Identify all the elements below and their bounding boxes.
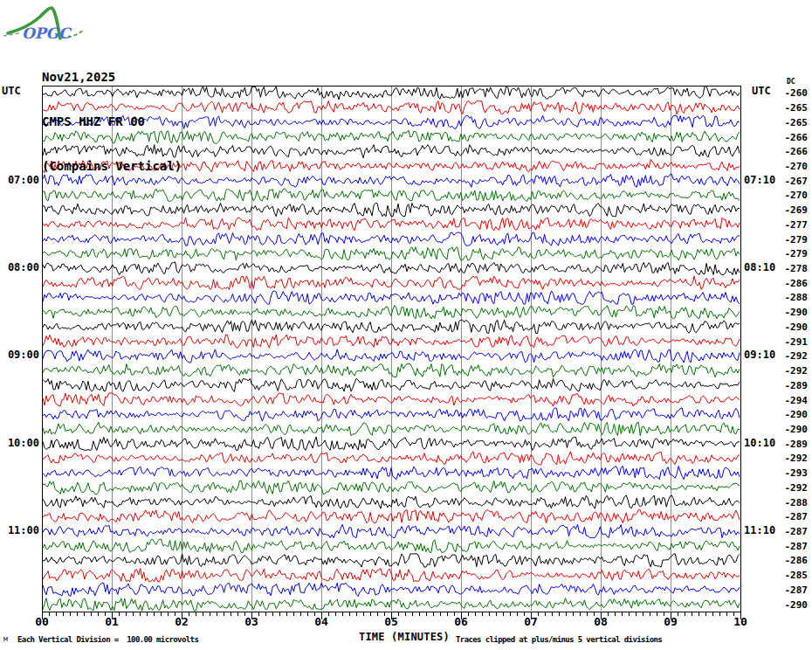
dc-value: -292 bbox=[778, 482, 808, 494]
vertical-division-note: Each Vertical Division = 100.00 microvol… bbox=[17, 635, 198, 644]
dc-value: -286 bbox=[778, 278, 808, 289]
dc-value: -290 bbox=[778, 599, 808, 611]
dc-value: -292 bbox=[778, 365, 808, 377]
opgc-logo: OPGC bbox=[2, 2, 93, 45]
dc-value: -288 bbox=[778, 497, 808, 508]
x-tick-label: 10 bbox=[727, 615, 754, 628]
dc-value: -279 bbox=[778, 234, 808, 245]
hour-label-left: 09:00 bbox=[0, 349, 39, 361]
x-tick-label: 03 bbox=[238, 615, 265, 628]
hour-label-left: 10:00 bbox=[0, 437, 39, 449]
dc-value: -290 bbox=[778, 322, 808, 333]
corner-watermark: м bbox=[3, 635, 8, 643]
dc-header: DC bbox=[787, 78, 795, 86]
dc-value: -287 bbox=[778, 584, 808, 596]
dc-value: -266 bbox=[778, 146, 808, 157]
dc-value: -289 bbox=[778, 439, 808, 450]
title-block: Nov21,2025 CMPS HHZ FR 00 (Compains Vert… bbox=[42, 40, 182, 204]
dc-value: -294 bbox=[778, 395, 808, 406]
dc-value: -291 bbox=[778, 336, 808, 348]
utc-header-right: UTC bbox=[752, 85, 771, 97]
dc-value: -288 bbox=[778, 292, 808, 303]
dc-value: -287 bbox=[778, 526, 808, 537]
dc-value: -286 bbox=[778, 555, 808, 566]
dc-value: -290 bbox=[778, 409, 808, 420]
dc-value: -260 bbox=[778, 87, 808, 99]
dc-value: -289 bbox=[778, 380, 808, 391]
dc-value: -270 bbox=[778, 190, 808, 201]
dc-value: -279 bbox=[778, 248, 808, 259]
component-title: (Compains Vertical) bbox=[42, 159, 182, 174]
station-title: CMPS HHZ FR 00 bbox=[42, 114, 182, 129]
dc-value: -287 bbox=[778, 511, 808, 522]
dc-value: -287 bbox=[778, 541, 808, 552]
logo-text: OPGC bbox=[22, 24, 72, 42]
hour-label-left: 07:00 bbox=[0, 174, 39, 186]
dc-value: -278 bbox=[778, 263, 808, 274]
dc-value: -265 bbox=[778, 102, 808, 114]
x-tick-label: 01 bbox=[99, 615, 125, 628]
helicorder-page: OPGC Nov21,2025 CMPS HHZ FR 00 (Compains… bbox=[0, 0, 812, 650]
hour-label-left: 11:00 bbox=[0, 524, 39, 536]
dc-value: -292 bbox=[778, 350, 808, 362]
x-tick-label: 06 bbox=[448, 615, 474, 628]
x-tick-label: 04 bbox=[308, 615, 334, 628]
x-tick-label: 02 bbox=[169, 615, 195, 628]
dc-value: -270 bbox=[778, 161, 808, 172]
date-title: Nov21,2025 bbox=[42, 70, 182, 85]
x-tick-label: 05 bbox=[378, 615, 404, 628]
dc-value: -265 bbox=[778, 117, 808, 128]
x-axis-title: TIME (MINUTES) bbox=[359, 631, 450, 643]
clipping-note: Traces clipped at plus/minus 5 vertical … bbox=[456, 635, 662, 644]
dc-value: -267 bbox=[778, 176, 808, 187]
dc-value: -285 bbox=[778, 570, 808, 581]
dc-value: -269 bbox=[778, 204, 808, 216]
dc-value: -290 bbox=[778, 307, 808, 318]
x-tick-label: 08 bbox=[588, 615, 614, 628]
dc-value: -292 bbox=[778, 453, 808, 464]
hour-label-left: 08:00 bbox=[0, 261, 39, 273]
dc-value: -293 bbox=[778, 467, 808, 479]
dc-value: -277 bbox=[778, 219, 808, 231]
dc-value: -266 bbox=[778, 132, 808, 143]
dc-value: -290 bbox=[778, 424, 808, 435]
x-tick-label: 00 bbox=[29, 615, 55, 628]
x-tick-label: 09 bbox=[657, 615, 684, 628]
utc-header-left: UTC bbox=[2, 85, 21, 97]
x-tick-label: 07 bbox=[518, 615, 544, 628]
